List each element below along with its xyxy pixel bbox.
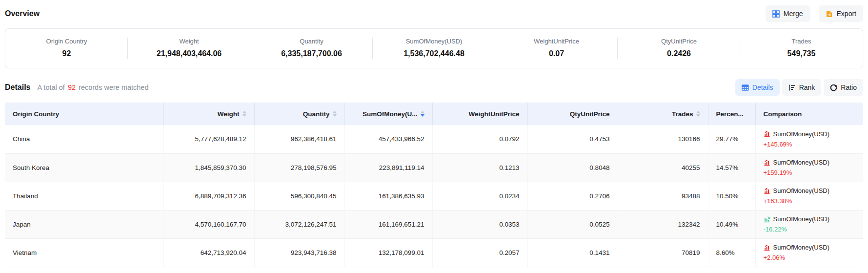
sort-carets-icon[interactable] [242,111,246,117]
cell-comparison: SumOfMoney(USD) -16.22% [755,210,863,238]
cell-qty-unit-price: 0.8048 [527,153,618,182]
comparison-block: SumOfMoney(USD) +163.38% [764,186,856,206]
details-title: Details [5,83,30,92]
tab-rank[interactable]: Rank [782,79,822,96]
page: Overview Merge [0,0,868,267]
col-header-comparison: Comparison [755,103,863,125]
tab-details-label: Details [752,84,773,91]
cell-comparison: SumOfMoney(USD) +2.06% [755,238,863,267]
cell-sum-of-money: 223,891,119.14 [344,153,432,182]
stat-weight: Weight 21,948,403,464.06 [128,36,250,61]
details-table: Origin Country Weight Quantity SumOfMone… [5,103,863,267]
cell-sum-of-money: 161,386,635.93 [344,182,432,210]
sort-carets-icon[interactable] [421,111,424,117]
cell-weight: 5,777,628,489.12 [163,125,254,153]
stat-quantity: Quantity 6,335,187,700.06 [250,36,373,61]
stat-value: 549,735 [744,47,859,60]
stat-label: Quantity [254,37,369,46]
comparison-metric: SumOfMoney(USD) [773,157,830,168]
comparison-block: SumOfMoney(USD) +2.06% [764,242,856,263]
cell-trades: 93488 [618,182,708,210]
table-row: Thailand 6,889,709,312.36 596,300,840.45… [5,182,863,210]
cell-sum-of-money: 161,169,651.21 [344,210,432,238]
cell-percentage: 14.57% [708,153,755,182]
stat-weight-unit-price: WeightUnitPrice 0.07 [495,36,618,61]
cell-weight: 4,570,160,167.70 [163,210,254,238]
merge-button[interactable]: Merge [766,5,810,22]
export-icon [826,10,833,18]
comparison-metric: SumOfMoney(USD) [773,186,830,196]
cell-country: Thailand [5,182,163,210]
stat-value: 0.2426 [622,47,736,60]
cell-country: South Korea [5,153,163,182]
view-switch: Details Rank Ratio [735,79,863,96]
cell-country: Japan [5,210,163,238]
table-row: Vietnam 642,713,920.04 923,943,716.38 13… [5,238,863,267]
comparison-change: +145.69% [764,139,856,149]
cell-qty-unit-price: 0.2706 [527,182,618,210]
table-header-row: Origin Country Weight Quantity SumOfMone… [5,103,863,125]
rank-icon [788,84,796,91]
comparison-block: SumOfMoney(USD) -16.22% [764,214,856,234]
sort-carets-icon[interactable] [696,111,700,117]
cell-quantity: 596,300,840.45 [254,182,344,210]
stat-value: 1,536,702,446.48 [377,47,491,60]
tab-ratio-label: Ratio [841,84,857,91]
topbar-actions: Merge Export [766,5,863,22]
subtitle-prefix: A total of [37,84,64,91]
cell-weight-unit-price: 0.0792 [432,125,527,153]
trend-up-icon [764,130,770,137]
topbar: Overview Merge [5,5,863,22]
tab-ratio[interactable]: Ratio [824,79,863,96]
stat-value: 92 [9,47,124,60]
subtitle-suffix: records were matched [79,84,148,91]
comparison-change: +163.38% [764,196,856,206]
cell-quantity: 962,386,418.61 [254,125,344,153]
comparison-metric: SumOfMoney(USD) [773,129,830,139]
details-bar: Details A total of92records were matched… [5,79,863,96]
tab-details[interactable]: Details [735,79,780,96]
stat-sum-of-money: SumOfMoney(USD) 1,536,702,446.48 [373,36,495,61]
col-header-trades[interactable]: Trades [618,103,708,125]
comparison-block: SumOfMoney(USD) +159.19% [764,157,856,178]
ratio-icon [830,84,837,91]
stat-value: 6,335,187,700.06 [254,47,369,60]
cell-trades: 40255 [618,153,708,182]
cell-quantity: 278,198,576.95 [254,153,344,182]
export-button[interactable]: Export [819,5,863,22]
cell-trades: 132342 [618,210,708,238]
comparison-metric: SumOfMoney(USD) [773,214,830,224]
cell-weight: 6,889,709,312.36 [163,182,254,210]
cell-qty-unit-price: 0.1431 [527,238,618,267]
overview-title: Overview [5,9,40,18]
cell-comparison: SumOfMoney(USD) +145.69% [755,125,863,153]
trend-down-icon [764,216,770,223]
details-subtitle: A total of92records were matched [37,84,148,91]
col-header-quantity[interactable]: Quantity [254,103,344,125]
stat-value: 0.07 [499,47,614,60]
stat-qty-unit-price: QtyUnitPrice 0.2426 [618,36,740,61]
merge-button-label: Merge [784,10,803,18]
record-count: 92 [68,84,76,91]
overview-stats-card: Origin Country 92 Weight 21,948,403,464.… [5,28,863,68]
comparison-block: SumOfMoney(USD) +145.69% [764,129,856,149]
stat-value: 21,948,403,464.06 [132,47,246,60]
col-header-weight[interactable]: Weight [163,103,254,125]
table-grid-icon [742,84,749,91]
comparison-change: +2.06% [764,252,856,263]
cell-weight-unit-price: 0.0234 [432,182,527,210]
trend-up-icon [764,188,770,194]
cell-country: Vietnam [5,238,163,267]
stat-label: QtyUnitPrice [622,37,736,46]
stat-label: SumOfMoney(USD) [377,37,491,46]
col-header-percentage: Percen... [708,103,755,125]
stat-label: WeightUnitPrice [499,37,614,46]
col-header-sum-of-money[interactable]: SumOfMoney(U... [344,103,432,125]
cell-qty-unit-price: 0.0525 [527,210,618,238]
cell-percentage: 10.49% [708,210,755,238]
stat-origin-country: Origin Country 92 [5,36,128,61]
col-header-weight-unit-price: WeightUnitPrice [432,103,527,125]
comparison-change: +159.19% [764,168,856,178]
cell-weight: 642,713,920.04 [163,238,254,267]
sort-carets-icon[interactable] [333,111,337,117]
